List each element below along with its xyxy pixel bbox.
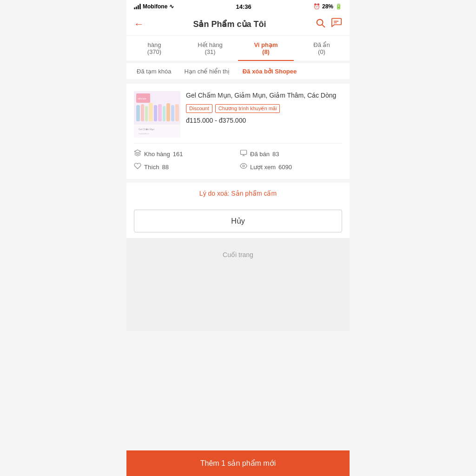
stat-sold: Đã bán 83 [240,149,342,159]
view-value: 6090 [278,164,292,171]
svg-rect-10 [149,103,153,121]
status-time: 14:36 [236,3,251,10]
like-label: Thích [144,164,159,171]
sold-label: Đã bán [250,151,270,158]
tab-label: Hết hàng [186,41,234,48]
svg-point-21 [243,165,245,167]
tab-count: (8) [242,48,290,55]
chat-icon[interactable] [331,18,342,31]
tab-count: (31) [186,48,234,55]
svg-text:skincare: skincare [138,97,146,100]
svg-text:PanadaRose: PanadaRose [139,132,150,135]
status-left: Mobifone ∿ [134,3,174,10]
footer-area: Cuối trang [126,238,350,331]
view-label: Lượt xem [250,164,276,171]
tab-out-of-stock[interactable]: Hết hàng (31) [182,36,238,61]
huy-btn-wrapper: Hủy [126,204,350,238]
divider [134,143,342,144]
stock-icon [134,149,141,159]
signal-bars [134,4,141,9]
sold-icon [240,149,247,159]
svg-rect-8 [141,104,144,121]
back-button[interactable]: ← [134,19,144,29]
tab-violation[interactable]: Vi phạm (8) [238,36,294,61]
like-value: 88 [162,164,169,171]
reason-section: Lý do xoá: Sản phẩm cấm [126,183,350,204]
svg-rect-14 [166,103,170,121]
stock-value: 161 [173,151,183,158]
product-details: Gel Chấm Mụn, Giảm Mụn, Giảm Thâm, Các D… [186,91,342,138]
status-bar: Mobifone ∿ 14:36 ⏰ 28% 🔋 [126,0,350,13]
sold-value: 83 [272,151,279,158]
tab-count: (0) [298,48,346,55]
alarm-icon: ⏰ [313,3,320,10]
svg-rect-16 [175,104,179,121]
cancel-button[interactable]: Hủy [134,210,342,232]
stat-stock: Kho hàng 161 [134,149,236,159]
reason-text: Lý do xoá: Sản phẩm cấm [199,190,277,197]
app-header: ← Sản Phẩm của Tôi [126,13,350,36]
product-image: skincare Gel Chấm Mụn PanadaRose [134,91,180,138]
carrier-label: Mobifone [143,3,167,10]
svg-rect-12 [158,104,162,121]
stock-label: Kho hàng [144,151,170,158]
status-right: ⏰ 28% 🔋 [313,3,342,10]
header-icons [315,18,342,31]
svg-rect-11 [154,105,157,121]
product-info: skincare Gel Chấm Mụn PanadaRose Gel Chấ… [134,91,342,138]
svg-rect-17 [134,125,180,138]
tab-hidden[interactable]: Đã ẩn (0) [294,36,350,61]
discount-tag: Discount [186,104,212,113]
add-product-button[interactable]: Thêm 1 sản phẩm mới [126,450,350,476]
stat-like: Thích 88 [134,162,236,172]
stats-grid: Kho hàng 161 Đã bán 83 Thích 88 [134,149,342,172]
sub-tab-restricted[interactable]: Hạn chế hiển thị [178,63,236,79]
promo-tag: Chương trình khuyến mãi [215,104,280,113]
end-of-page-text: Cuối trang [223,247,253,258]
svg-rect-7 [136,105,140,121]
search-icon[interactable] [315,18,325,31]
svg-rect-15 [171,105,174,121]
battery-icon: 🔋 [335,3,342,10]
wifi-icon: ∿ [169,3,174,10]
svg-text:Gel Chấm Mụn: Gel Chấm Mụn [139,128,154,131]
product-name: Gel Chấm Mụn, Giảm Mụn, Giảm Thâm, Các D… [186,91,342,100]
battery-label: 28% [322,3,333,10]
tab-count: (370) [130,48,178,55]
view-icon [240,162,247,172]
like-icon [134,162,141,172]
sub-tab-deleted[interactable]: Đã xóa bởi Shopee [236,63,303,79]
svg-rect-20 [240,150,246,154]
sub-tab-locked[interactable]: Đã tạm khóa [130,63,178,79]
sub-tabs-container: Đã tạm khóa Hạn chế hiển thị Đã xóa bởi … [126,63,350,80]
product-price: đ115.000 - đ375.000 [186,117,342,124]
tab-label: hàng [130,41,178,48]
svg-rect-13 [163,106,165,121]
tab-label: Vi phạm [242,41,290,48]
tab-label: Đã ẩn [298,41,346,48]
product-tags: Discount Chương trình khuyến mãi [186,104,342,113]
page-title: Sản Phẩm của Tôi [144,19,315,29]
product-card: skincare Gel Chấm Mụn PanadaRose Gel Chấ… [126,84,350,179]
stat-view: Lượt xem 6090 [240,162,342,172]
tabs-container: hàng (370) Hết hàng (31) Vi phạm (8) Đã … [126,36,350,61]
tab-in-stock[interactable]: hàng (370) [126,36,182,61]
svg-rect-9 [145,106,148,121]
svg-line-1 [322,25,324,27]
